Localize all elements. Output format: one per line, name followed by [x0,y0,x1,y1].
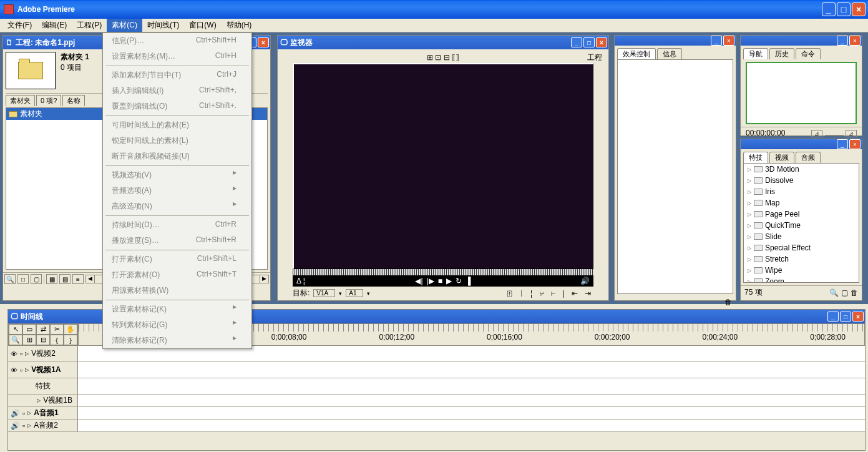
find-icon[interactable]: 🔍 [829,288,839,297]
menu-item[interactable]: 持续时间(D)…Ctrl+R [103,217,251,233]
menu-item[interactable]: 断开音频和视频链接(U) [103,149,251,164]
track-video1b[interactable]: ▷V视频1B [8,395,865,407]
out-tool[interactable]: } [64,335,77,345]
expand-icon[interactable]: ▷ [748,178,751,184]
menu-help[interactable]: 帮助(H) [222,19,257,32]
clip-dropdown-menu[interactable]: 信息(P)…Ctrl+Shift+H设置素材别名(M)…Ctrl+H添加素材到节… [102,32,252,349]
menu-item[interactable]: 设置素材标记(K) [103,302,251,317]
menu-item[interactable]: 音频选项(A) [103,183,251,199]
list-view-button[interactable]: ≡ [72,274,84,284]
menu-item[interactable]: 用源素材替换(W) [103,283,251,298]
effects-min-button[interactable]: _ [711,36,722,46]
tab-commands[interactable]: 命令 [796,48,821,59]
track-audio2[interactable]: 🔊▫▷A音频2 [8,420,865,432]
menu-item[interactable]: 插入到编辑线(I)Ctrl+Shift+, [103,83,251,99]
delete-icon[interactable]: 🗑 [851,288,858,297]
track-video1a[interactable]: 👁▫▷V视频1A [8,362,865,378]
nav-min-button[interactable]: _ [837,36,848,46]
new-item-button[interactable]: ▢ [31,274,42,284]
target-video-select[interactable]: V1A [313,289,335,297]
timeline-min-button[interactable]: _ [827,312,839,322]
menu-item[interactable]: 信息(P)…Ctrl+Shift+H [103,33,251,49]
menu-item[interactable]: 高级选项(N) [103,199,251,214]
zoom-in-button[interactable]: ⊿ [846,130,857,137]
expand-icon[interactable]: ▷ [748,268,751,273]
close-button[interactable]: × [852,2,866,16]
menu-item[interactable]: 打开源素材(O)Ctrl+Shift+T [103,267,251,283]
monitor-layout-icon[interactable]: ⊞ ⊡ ⊟ ⟦⟧ [427,53,459,62]
col-count[interactable]: 0 项? [36,95,61,106]
transition-folder[interactable]: ▷QuickTime [744,220,859,231]
menu-project[interactable]: 工程(P) [72,19,107,32]
hand-tool[interactable]: ✋ [64,324,77,335]
menu-item[interactable]: 添加素材到节目中(T)Ctrl+J [103,67,251,83]
expand-icon[interactable]: ▷ [748,234,751,240]
track-transition[interactable]: 特技 [8,378,865,395]
expand-icon[interactable]: ▷ [748,212,751,217]
menu-item[interactable]: 可用时间线上的素材(E) [103,117,251,133]
scroll-right-button[interactable]: ▶ [260,275,268,283]
maximize-button[interactable]: □ [837,2,851,16]
navigator-preview[interactable] [746,62,857,124]
timeline-close-button[interactable]: × [852,312,864,322]
transition-folder[interactable]: ▷Stretch [744,253,859,265]
expand-icon[interactable]: ▷ [748,167,751,172]
razor-tool[interactable]: ✂ [50,324,64,335]
expand-icon[interactable]: ▷ [25,351,29,356]
speaker-icon[interactable]: 🔊 [11,421,20,430]
monitor-max-button[interactable]: □ [583,37,595,47]
tab-info[interactable]: 信息 [657,48,682,59]
transition-folder[interactable]: ▷Iris [744,186,859,197]
monitor-screen[interactable] [293,63,593,269]
expand-icon[interactable]: ▷ [37,398,41,403]
transition-folder[interactable]: ▷Wipe [744,265,859,276]
expand-icon[interactable]: ▷ [27,423,31,428]
frame-fwd-button[interactable]: ▐ [466,277,471,285]
menu-item[interactable]: 转到素材标记(G) [103,317,251,333]
link-tool[interactable]: ⊞ [22,335,36,345]
expand-icon[interactable]: ▷ [748,279,751,283]
transition-folder[interactable]: ▷Zoom [744,276,859,283]
ripple-tool[interactable]: ⇄ [36,324,50,335]
monitor-min-button[interactable]: _ [571,37,582,47]
menu-item[interactable]: 播放速度(S)…Ctrl+Shift+R [103,233,251,248]
timeline-max-button[interactable]: □ [840,312,851,322]
monitor-audio-icon[interactable]: 🔊 [580,277,590,285]
lock-icon[interactable]: ▫ [22,409,25,418]
find-button[interactable]: 🔍 [4,274,16,284]
zoom-tool[interactable]: 🔍 [9,335,22,345]
transition-folder[interactable]: ▷Special Effect [744,242,859,253]
trans-min-button[interactable]: _ [837,139,848,149]
effects-close-button[interactable]: × [723,36,734,46]
tab-navigator[interactable]: 导航 [743,48,768,59]
tab-audio-fx[interactable]: 音频 [796,152,821,163]
eye-icon[interactable]: 👁 [11,366,17,374]
menu-window[interactable]: 窗口(W) [184,19,221,32]
menu-clip[interactable]: 素材(C) [107,19,142,32]
menu-file[interactable]: 文件(F) [2,19,37,32]
transitions-list[interactable]: ▷3D Motion▷Dissolve▷Iris▷Map▷Page Peel▷Q… [743,163,859,283]
menu-item[interactable]: 清除素材标记(R) [103,333,251,348]
menu-item[interactable]: 锁定时间线上的素材(L) [103,133,251,149]
eye-icon[interactable]: 👁 [11,350,17,358]
menu-timeline[interactable]: 时间线(T) [142,19,184,32]
menu-item[interactable]: 设置素材别名(M)…Ctrl+H [103,49,251,64]
new-bin-button[interactable]: □ [17,274,29,284]
expand-icon[interactable]: ▷ [748,223,751,228]
expand-icon[interactable]: ▷ [748,257,751,262]
tab-history[interactable]: 历史 [769,48,794,59]
in-tool[interactable]: { [50,335,64,345]
expand-icon[interactable]: ▷ [748,245,751,251]
target-audio-select[interactable]: A1 [346,289,363,297]
col-bin[interactable]: 素材夹 [6,95,35,106]
col-name[interactable]: 名称 [62,95,85,106]
tab-effect-control[interactable]: 效果控制 [617,48,656,59]
tab-video-fx[interactable]: 视频 [769,152,794,163]
scroll-left-button[interactable]: ◀ [86,275,95,283]
play-back-button[interactable]: |▶ [427,277,434,285]
new-folder-icon[interactable]: ▢ [841,288,848,297]
lock-icon[interactable]: ▫ [20,366,22,375]
monitor-project-label[interactable]: 工程 [587,52,602,63]
play-button[interactable]: ▶ [446,277,452,285]
monitor-titlebar[interactable]: 🖵 监视器 _ □ × [278,36,608,49]
